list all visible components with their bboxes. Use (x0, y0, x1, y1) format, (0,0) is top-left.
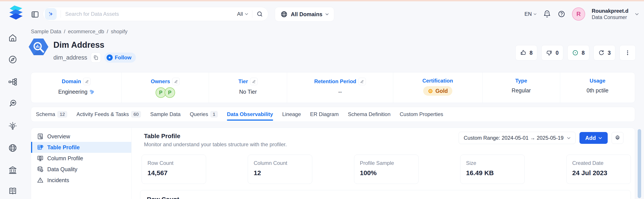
insights-lightbulb-icon[interactable] (8, 122, 18, 131)
nav-item-table-profile[interactable]: Table Profile (31, 142, 131, 153)
stat-value: 16.49 KB (466, 169, 519, 177)
entity-metadata-card: Domain Engineering Owners P P Tier (31, 72, 635, 103)
ai-sparkle-icon[interactable] (45, 8, 57, 20)
upvote-button[interactable]: 8 (515, 45, 537, 60)
explore-compass-icon[interactable] (8, 55, 18, 64)
meta-tier: Tier No Tier (209, 72, 287, 103)
settings-gear-icon[interactable] (612, 132, 624, 144)
edit-pencil-icon[interactable] (358, 78, 366, 85)
column-profile-icon (37, 155, 44, 162)
nav-item-overview[interactable]: Overview (31, 131, 131, 142)
tab-schema[interactable]: Schema12 (36, 107, 67, 122)
data-quality-icon (37, 166, 44, 173)
profiler-nav: Overview Table Profile Column Profile Da… (31, 128, 132, 199)
chevron-down-icon[interactable] (635, 13, 639, 15)
user-role: Data Consumer (592, 14, 628, 20)
add-button[interactable]: Add (580, 132, 608, 144)
meta-owners: Owners P P (122, 72, 209, 103)
web-globe-icon[interactable] (8, 143, 18, 153)
more-options-kebab-icon[interactable] (620, 45, 636, 60)
follow-button[interactable]: ★ Follow (104, 52, 136, 62)
all-domains-dropdown[interactable]: All Domains (275, 7, 334, 22)
type-value: Regular (512, 87, 531, 94)
search-icon[interactable] (256, 10, 263, 18)
chevron-down-icon (245, 13, 248, 15)
stat-label: Profile Sample (360, 160, 413, 166)
followers-count: 8 (582, 50, 585, 56)
breadcrumb-separator: / (64, 28, 66, 34)
next-chart-section: Row Count (140, 190, 631, 199)
stat-card-size: Size 16.49 KB (460, 154, 525, 184)
edit-pencil-icon[interactable] (250, 78, 258, 85)
tab-lineage[interactable]: Lineage (282, 107, 301, 122)
discovery-search-icon[interactable] (8, 99, 18, 108)
usage-value: 0th pctile (587, 87, 608, 94)
tier-label: Tier (238, 78, 248, 84)
nav-item-data-quality[interactable]: Data Quality (31, 164, 131, 175)
incidents-warning-icon (37, 177, 44, 184)
downvote-button[interactable]: 0 (541, 45, 563, 60)
domain-label[interactable]: Domain (62, 78, 81, 84)
owner-avatars: P P (156, 87, 175, 98)
date-range-label: Custom Range: 2024-05-01 → 2025-05-19 (464, 135, 564, 141)
domains-hierarchy-icon[interactable] (8, 77, 18, 87)
page-title: Dim Address (54, 40, 104, 50)
search-scope-dropdown[interactable]: All (237, 11, 248, 17)
governance-bank-icon[interactable] (8, 165, 18, 175)
tab-queries[interactable]: Queries1 (190, 107, 218, 122)
breadcrumb-item[interactable]: Sample Data (31, 28, 61, 34)
entity-reactions: 8 0 8 3 (515, 45, 636, 60)
knowledge-book-icon[interactable] (8, 186, 18, 196)
gold-medal-icon (428, 88, 433, 94)
profile-stat-cards: Row Count 14,567 Column Count 12 Profile… (142, 154, 631, 184)
tab-schema-definition[interactable]: Schema Definition (348, 107, 390, 122)
tab-er-diagram[interactable]: ER Diagram (310, 107, 339, 122)
user-avatar[interactable]: R (572, 8, 585, 20)
sidebar-toggle-icon[interactable] (31, 10, 40, 19)
breadcrumb-item[interactable]: ecommerce_db (68, 28, 104, 34)
tier-value: No Tier (239, 89, 257, 95)
nav-item-incidents[interactable]: Incidents (31, 175, 131, 186)
user-info[interactable]: Rounakpreet.d Data Consumer (592, 8, 628, 20)
tab-data-observability[interactable]: Data Observability (227, 107, 273, 122)
notifications-bell-icon[interactable] (543, 10, 551, 18)
stat-card-profile-sample: Profile Sample 100% (354, 154, 418, 184)
avatar-initial: R (576, 11, 581, 18)
stat-value: 14,567 (148, 169, 200, 177)
meta-type: Type Regular (482, 72, 560, 103)
app-logo[interactable] (6, 4, 26, 22)
date-range-dropdown[interactable]: Custom Range: 2024-05-01 → 2025-05-19 (459, 132, 576, 144)
tab-custom-properties[interactable]: Custom Properties (400, 107, 443, 122)
stat-value: 24 Jul 2023 (572, 169, 625, 177)
certification-badge[interactable]: Gold (423, 86, 452, 96)
tab-sample-data[interactable]: Sample Data (150, 107, 180, 122)
circle-dot-icon (572, 50, 578, 56)
edit-pencil-icon[interactable] (83, 78, 90, 85)
tab-activity-feeds[interactable]: Activity Feeds & Tasks60 (76, 107, 141, 122)
tab-count-badge: 60 (131, 111, 141, 118)
type-label: Type (515, 78, 527, 84)
home-icon[interactable] (8, 33, 18, 43)
breadcrumb-separator: / (107, 28, 108, 34)
certification-label: Certification (422, 78, 453, 84)
search-input[interactable] (65, 11, 237, 17)
breadcrumb-item[interactable]: shopify (111, 28, 128, 34)
bigquery-table-icon (28, 36, 49, 57)
edit-pencil-icon[interactable] (172, 78, 180, 85)
nav-item-column-profile[interactable]: Column Profile (31, 153, 131, 164)
language-selector[interactable]: EN (524, 11, 536, 17)
certification-value: Gold (436, 88, 448, 94)
domain-value[interactable]: Engineering (58, 89, 94, 95)
thumbs-up-icon (520, 50, 526, 56)
top-accent-strip (0, 0, 644, 1)
copy-icon[interactable] (91, 52, 101, 62)
help-icon[interactable] (558, 10, 566, 18)
followers-button[interactable]: 8 (568, 45, 589, 60)
version-button[interactable]: 3 (594, 45, 615, 60)
meta-domain: Domain Engineering (31, 72, 122, 103)
tab-count-badge: 1 (210, 111, 218, 118)
topbar-right: EN R Rounakpreet.d Data Consumer (524, 6, 639, 22)
vertical-scrollbar[interactable] (638, 129, 641, 198)
owner-avatar[interactable]: P (164, 87, 175, 98)
tab-count-badge: 12 (57, 111, 67, 118)
